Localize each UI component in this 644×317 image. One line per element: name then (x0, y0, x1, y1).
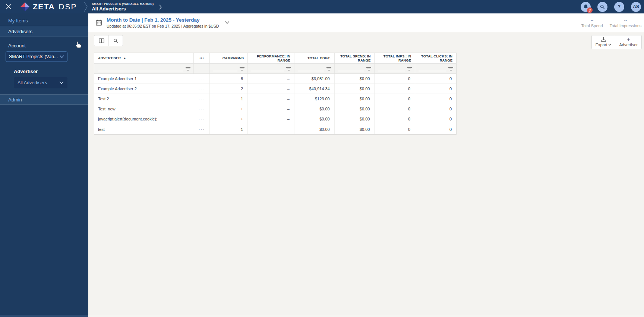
column-header-campaigns[interactable]: CAMPAIGNS (210, 53, 248, 63)
help-button[interactable]: ? (614, 2, 624, 12)
sidebar-item-admin[interactable]: Admin (0, 94, 88, 105)
row-menu-button[interactable]: ··· (194, 104, 210, 114)
notifications-button[interactable]: 3 (581, 2, 591, 12)
table-row[interactable]: Test 2···1–$123.00$0.0000 (94, 94, 456, 104)
filter-input[interactable] (378, 71, 405, 71)
advertiser-name-cell[interactable]: test (94, 124, 194, 134)
table-row[interactable]: Example Advertiser 1···8–$3,051.00$0.000… (94, 74, 456, 84)
question-mark-icon: ? (618, 4, 621, 9)
breadcrumb[interactable]: SMART PROJECTS (VARIABLE MARGIN) All Adv… (92, 2, 154, 12)
date-range-header: Month to Date | Feb 1, 2025 - Yesterday … (88, 13, 644, 32)
sidebar: My Items Advertisers Account SMART Proje… (0, 13, 88, 315)
row-menu-button[interactable]: ··· (194, 124, 210, 134)
column-header-total-bdgt[interactable]: TOTAL BDGT. (294, 53, 335, 63)
column-header-total-clicks-in-range[interactable]: TOTAL CLICKS: IN RANGE (415, 53, 456, 63)
cell-total-clicks: 0 (415, 74, 456, 84)
filter-icon[interactable] (240, 67, 244, 70)
filter-icon[interactable] (326, 67, 331, 70)
filter-icon[interactable] (286, 67, 291, 70)
account-select[interactable]: SMART Projects (Vari... (6, 51, 67, 62)
row-menu-button[interactable]: ··· (194, 94, 210, 104)
advertiser-name-cell[interactable]: Example Advertiser 2 (94, 84, 194, 94)
add-advertiser-button[interactable]: + Advertiser (615, 35, 641, 49)
filter-input[interactable] (213, 71, 237, 71)
export-label: Export (596, 43, 607, 47)
advertiser-name-cell[interactable]: Test_new (94, 104, 194, 114)
table-header-row: ADVERTISER▲•••CAMPAIGNSPERFORMANCE: IN R… (94, 53, 456, 64)
filter-input[interactable] (419, 71, 446, 71)
column-header-total-spend-in-range[interactable]: TOTAL SPEND: IN RANGE (335, 53, 375, 63)
advertiser-select[interactable]: All Advertisers (14, 77, 67, 88)
add-advertiser-label: Advertiser (619, 43, 638, 47)
filter-icon[interactable] (407, 67, 412, 70)
cell-campaigns[interactable]: + (210, 104, 248, 114)
filter-cell[interactable] (335, 64, 375, 73)
filter-icon[interactable] (186, 67, 190, 70)
close-icon[interactable] (5, 3, 12, 10)
column-header-label: TOTAL IMPS.: IN RANGE (378, 54, 411, 63)
table-row[interactable]: Test_new···+–$0.00$0.0000 (94, 104, 456, 114)
column-header-total-imps-in-range[interactable]: TOTAL IMPS.: IN RANGE (375, 53, 415, 63)
date-range-selector[interactable]: Month to Date | Feb 1, 2025 - Yesterday … (96, 17, 230, 28)
filter-cell[interactable] (210, 64, 248, 73)
sidebar-item-my-items[interactable]: My Items (0, 15, 88, 26)
filter-input[interactable] (298, 71, 324, 71)
cell-total-budget: $0.00 (294, 104, 335, 114)
advertisers-table: ADVERTISER▲•••CAMPAIGNSPERFORMANCE: IN R… (94, 53, 457, 135)
cell-total-spend: $0.00 (335, 114, 375, 124)
cell-total-impressions: 0 (375, 104, 415, 114)
brand-name: ZETA (33, 2, 55, 11)
total-spend-metric: -- Total Spend (577, 13, 607, 32)
column-header-performance-in-range[interactable]: PERFORMANCE: IN RANGE (248, 53, 294, 63)
filter-cell[interactable] (375, 64, 415, 73)
total-spend-label: Total Spend (581, 23, 603, 28)
table-search-button[interactable] (108, 35, 123, 46)
column-header-row-menu[interactable]: ••• (194, 53, 210, 63)
filter-icon[interactable] (366, 67, 371, 70)
advertiser-name-cell[interactable]: javacript:alert(document.cookie); (94, 114, 194, 124)
sidebar-item-advertisers[interactable]: Advertisers (0, 26, 88, 37)
advertiser-name-cell[interactable]: Example Advertiser 1 (94, 74, 194, 84)
account-select-value: SMART Projects (Vari... (9, 54, 58, 59)
date-range-subtitle: Updated at 06:35:02 EST on Feb 17, 2025 … (107, 24, 219, 28)
filter-cell[interactable] (415, 64, 456, 73)
search-icon (113, 38, 118, 43)
column-header-label: TOTAL BDGT. (307, 56, 331, 60)
user-avatar[interactable]: AS (631, 2, 641, 12)
advertiser-name-cell[interactable]: Test 2 (94, 94, 194, 104)
search-icon (600, 4, 605, 9)
filter-cell[interactable] (294, 64, 335, 73)
table-row[interactable]: javacript:alert(document.cookie);···+–$0… (94, 114, 456, 124)
main-content: Month to Date | Feb 1, 2025 - Yesterday … (88, 13, 644, 315)
advertiser-label: Advertiser (14, 69, 88, 74)
cell-total-budget: $123.00 (294, 94, 335, 104)
filter-icon[interactable] (448, 67, 453, 70)
export-button[interactable]: Export (592, 35, 615, 49)
filter-cell[interactable] (94, 64, 194, 73)
filter-input[interactable] (251, 71, 284, 71)
column-header-label: ADVERTISER (98, 56, 121, 60)
table-filter-row (94, 64, 456, 74)
row-menu-button[interactable]: ··· (194, 114, 210, 124)
cell-total-clicks: 0 (415, 114, 456, 124)
filter-input[interactable] (338, 71, 364, 71)
cell-campaigns: 1 (210, 124, 248, 134)
zeta-dsp-logo[interactable]: ZETA DSP (20, 2, 77, 12)
global-search-button[interactable] (597, 2, 607, 12)
filter-cell[interactable] (248, 64, 294, 73)
filter-input[interactable] (98, 71, 183, 71)
row-menu-button[interactable]: ··· (194, 84, 210, 94)
cell-campaigns[interactable]: + (210, 114, 248, 124)
chevron-down-icon[interactable] (225, 21, 230, 24)
breadcrumb-expand-icon[interactable] (159, 4, 162, 10)
table-row[interactable]: Example Advertiser 2···2–$40,914.34$0.00… (94, 84, 456, 94)
cell-performance: – (248, 104, 294, 114)
horizontal-scrollbar[interactable] (0, 315, 644, 317)
table-row[interactable]: test···1–$0.00$0.0000 (94, 124, 456, 134)
cell-performance: – (248, 124, 294, 134)
column-header-advertiser[interactable]: ADVERTISER▲ (94, 53, 194, 63)
chevron-down-icon (608, 44, 611, 46)
cell-campaigns: 1 (210, 94, 248, 104)
columns-view-button[interactable] (94, 35, 108, 46)
row-menu-button[interactable]: ··· (194, 74, 210, 84)
